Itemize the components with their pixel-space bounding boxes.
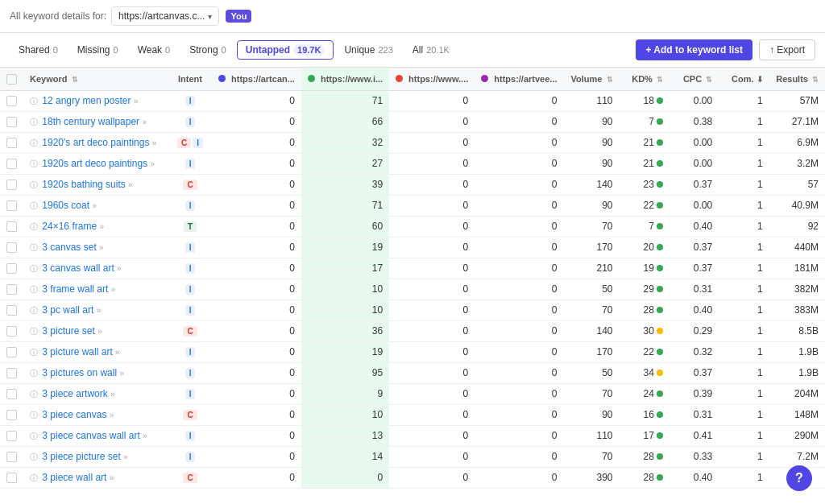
row-checkbox[interactable] [6,221,17,232]
row-checkbox-cell[interactable] [0,279,23,300]
help-button[interactable]: ? [786,465,812,491]
keyword-link[interactable]: 12 angry men poster [42,95,131,106]
col2-cell: 95 [301,362,389,383]
row-checkbox[interactable] [6,159,17,169]
add-to-keyword-list-button[interactable]: + Add to keyword list [636,39,752,60]
tab-unique[interactable]: Unique 223 [335,40,401,60]
row-checkbox[interactable] [6,200,17,211]
row-checkbox[interactable] [6,410,17,420]
row-checkbox-cell[interactable] [0,300,23,320]
th-volume[interactable]: Volume ⇅ [564,68,620,90]
row-checkbox[interactable] [6,284,17,295]
export-button[interactable]: ↑ Export [759,39,815,60]
row-checkbox-cell[interactable] [0,341,23,362]
table-row: ⓘ 3 canvas set » I 0 19 0 0 170 20 0.37 … [0,237,825,258]
keyword-link[interactable]: 1920's art deco paintings [42,137,149,148]
keyword-arrows-icon: » [123,452,128,461]
row-checkbox[interactable] [6,96,17,106]
keyword-link[interactable]: 3 piece picture set [42,451,120,462]
row-checkbox[interactable] [6,242,17,253]
tab-strong[interactable]: Strong 0 [180,40,234,60]
keyword-link[interactable]: 3 picture set [42,325,94,337]
row-checkbox-cell[interactable] [0,446,23,467]
com-filter-icon[interactable]: ⬇ [757,75,763,84]
row-checkbox-cell[interactable] [0,216,23,237]
row-checkbox[interactable] [6,326,17,337]
row-checkbox[interactable] [6,389,17,399]
row-checkbox[interactable] [6,368,17,378]
tab-all[interactable]: All 20.1K [404,40,458,60]
keyword-link[interactable]: 3 canvas set [42,242,96,253]
row-checkbox[interactable] [6,263,17,274]
th-col3[interactable]: https://www.... [389,68,475,90]
col1-cell: 0 [212,216,301,237]
row-checkbox-cell[interactable] [0,153,23,174]
row-checkbox[interactable] [6,138,17,148]
row-checkbox-cell[interactable] [0,383,23,404]
row-checkbox[interactable] [6,347,17,357]
keyword-link[interactable]: 1960s coat [42,200,89,211]
keyword-link[interactable]: 3 pictures on wall [42,367,117,378]
row-checkbox-cell[interactable] [0,237,23,258]
row-checkbox[interactable] [6,305,17,316]
tab-missing[interactable]: Missing 0 [68,40,127,60]
col4-cell: 0 [475,111,563,132]
keyword-link[interactable]: 3 frame wall art [42,283,108,295]
col2-cell: 39 [301,174,389,195]
row-checkbox[interactable] [6,180,17,190]
keyword-link[interactable]: 3 canvas wall art [42,262,114,274]
row-checkbox-cell[interactable] [0,258,23,279]
row-checkbox-cell[interactable] [0,195,23,216]
row-checkbox-cell[interactable] [0,174,23,195]
keyword-link[interactable]: 3 piece canvas [42,409,106,420]
th-checkbox[interactable] [0,68,23,90]
row-checkbox-cell[interactable] [0,425,23,446]
row-checkbox-cell[interactable] [0,320,23,341]
th-kd[interactable]: KD% ⇅ [620,68,670,90]
keyword-link[interactable]: 24×16 frame [42,221,97,232]
th-cpc[interactable]: CPC ⇅ [670,68,719,90]
kd-dot-icon [657,390,663,397]
th-col2[interactable]: https://www.i... [301,68,389,90]
th-col1[interactable]: https://artcan... [212,68,301,90]
keyword-link[interactable]: 3 pc wall art [42,304,93,316]
row-checkbox[interactable] [6,473,17,483]
keyword-cell: ⓘ 1920s bathing suits » [23,174,168,195]
row-checkbox-cell[interactable] [0,362,23,383]
table-row: ⓘ 3 piece picture set » I 0 14 0 0 70 28… [0,446,825,467]
row-checkbox-cell[interactable] [0,404,23,425]
col1-cell: 0 [212,404,301,425]
tab-untapped[interactable]: Untapped 19.7K [237,40,334,60]
keyword-link[interactable]: 18th century wallpaper [42,116,139,127]
intent-badge: I [185,347,196,357]
col3-cell: 0 [389,362,475,383]
keyword-link[interactable]: 1920s art deco paintings [42,158,147,169]
row-checkbox[interactable] [6,431,17,441]
th-com[interactable]: Com. ⬇ [719,68,769,90]
select-all-checkbox[interactable] [6,74,17,85]
row-checkbox[interactable] [6,117,17,127]
th-col4[interactable]: https://artvee... [475,68,563,90]
row-checkbox-cell[interactable] [0,111,23,132]
volume-cell: 110 [564,90,620,111]
th-intent[interactable]: Intent [168,68,212,90]
keyword-cell: ⓘ 1960s coat » [23,195,168,216]
keyword-link[interactable]: 3 piece canvas wall art [42,430,139,441]
th-results[interactable]: Results ⇅ [769,68,825,90]
row-checkbox-cell[interactable] [0,90,23,111]
row-checkbox-cell[interactable] [0,467,23,488]
kd-dot-icon [657,328,663,334]
keyword-link[interactable]: 1920s bathing suits [42,179,125,190]
tab-shared[interactable]: Shared 0 [10,40,67,60]
row-checkbox[interactable] [6,452,17,462]
keyword-link[interactable]: 3 piece wall art [42,472,106,483]
row-checkbox-cell[interactable] [0,132,23,153]
keyword-cell: ⓘ 3 piece canvas » [23,404,168,425]
intent-cell: C [168,467,212,488]
col1-cell: 0 [212,111,301,132]
domain-selector[interactable]: https://artcanvas.c... ▾ [111,6,219,26]
tab-weak[interactable]: Weak 0 [129,40,180,60]
th-keyword[interactable]: Keyword ⇅ [23,68,168,90]
keyword-link[interactable]: 3 piece artwork [42,388,107,399]
keyword-link[interactable]: 3 picture wall art [42,346,112,357]
